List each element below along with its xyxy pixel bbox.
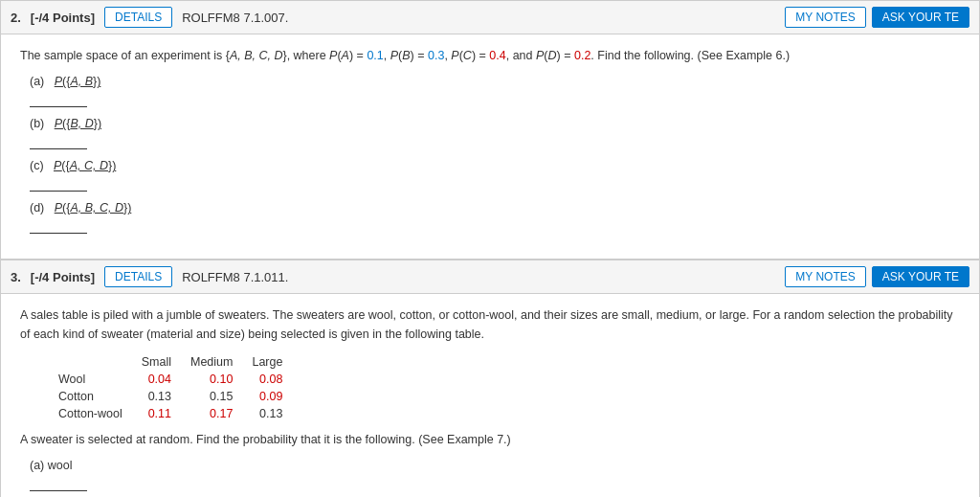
table-row-cotton: Cotton 0.13 0.15 0.09: [58, 388, 296, 405]
question-2-points: [-/4 Points]: [31, 11, 95, 25]
question-3-points: [-/4 Points]: [31, 270, 95, 284]
part-c-label: (c) P({A, C, D}): [30, 159, 960, 172]
table-row-wool: Wool 0.04 0.10 0.08: [58, 371, 296, 388]
ask-teacher-button-3[interactable]: ASK YOUR TE: [872, 266, 969, 287]
header-right-2: MY NOTES ASK YOUR TE: [785, 7, 969, 28]
question-3-header: 3. [-/4 Points] DETAILS ROLFFM8 7.1.011.…: [1, 260, 979, 294]
cotton-wool-small: 0.11: [136, 405, 185, 422]
col-header-small: Small: [136, 353, 185, 371]
part-a-input[interactable]: [30, 93, 87, 107]
ask-teacher-button-2[interactable]: ASK YOUR TE: [872, 7, 969, 28]
question-2-part-b: (b) P({B, D}): [30, 117, 960, 149]
col-header-material: [58, 353, 136, 371]
question-2-body: The sample space of an experiment is {A,…: [1, 34, 979, 259]
q3-part-a-label: (a) wool: [30, 459, 960, 472]
question-3: 3. [-/4 Points] DETAILS ROLFFM8 7.1.011.…: [0, 260, 980, 497]
cotton-wool-large: 0.13: [246, 405, 296, 422]
details-button-3[interactable]: DETAILS: [104, 266, 172, 287]
question-2-label: 2.: [11, 11, 21, 25]
wool-medium: 0.10: [185, 371, 246, 388]
part-d-label: (d) P({A, B, C, D}): [30, 201, 960, 215]
sweater-probability-table: Small Medium Large Wool 0.04 0.10 0.08 C…: [58, 353, 296, 422]
question-2-header: 2. [-/4 Points] DETAILS ROLFFM8 7.1.007.…: [1, 1, 979, 34]
cotton-small: 0.13: [136, 388, 185, 405]
question-3-after-table: A sweater is selected at random. Find th…: [20, 430, 960, 449]
q3-part-a-input[interactable]: [30, 477, 87, 491]
cotton-wool-medium: 0.17: [185, 405, 246, 422]
details-button-2[interactable]: DETAILS: [104, 7, 172, 28]
part-d-input[interactable]: [30, 219, 87, 234]
cotton-medium: 0.15: [185, 388, 246, 405]
question-2-part-c: (c) P({A, C, D}): [30, 159, 960, 192]
col-header-large: Large: [246, 353, 296, 371]
part-c-input[interactable]: [30, 177, 87, 192]
my-notes-button-3[interactable]: MY NOTES: [785, 266, 865, 287]
question-2-reference: ROLFFM8 7.1.007.: [182, 11, 288, 25]
question-3-reference: ROLFFM8 7.1.011.: [182, 270, 288, 284]
question-3-parts: (a) wool (b) medium (c) wool or cotton-w…: [30, 459, 960, 497]
question-3-body: A sales table is piled with a jumble of …: [1, 294, 979, 497]
part-b-label: (b) P({B, D}): [30, 117, 960, 130]
question-2-parts: (a) P({A, B}) (b) P({B, D}) (c) P({A, C,…: [30, 75, 960, 234]
question-3-problem: A sales table is piled with a jumble of …: [20, 305, 960, 344]
table-row-cotton-wool: Cotton-wool 0.11 0.17 0.13: [58, 405, 296, 422]
question-2-problem: The sample space of an experiment is {A,…: [20, 46, 960, 65]
col-header-medium: Medium: [185, 353, 246, 371]
question-2-part-d: (d) P({A, B, C, D}): [30, 201, 960, 234]
header-left-3: 3. [-/4 Points] DETAILS ROLFFM8 7.1.011.: [11, 266, 288, 287]
question-2: 2. [-/4 Points] DETAILS ROLFFM8 7.1.007.…: [0, 0, 980, 260]
row-label-cotton: Cotton: [58, 388, 136, 405]
part-a-label: (a) P({A, B}): [30, 75, 960, 88]
question-3-label: 3.: [11, 270, 21, 284]
header-right-3: MY NOTES ASK YOUR TE: [785, 266, 969, 287]
wool-small: 0.04: [136, 371, 185, 388]
part-b-input[interactable]: [30, 135, 87, 149]
cotton-large: 0.09: [246, 388, 296, 405]
row-label-wool: Wool: [58, 371, 136, 388]
question-2-part-a: (a) P({A, B}): [30, 75, 960, 107]
row-label-cotton-wool: Cotton-wool: [58, 405, 136, 422]
my-notes-button-2[interactable]: MY NOTES: [785, 7, 865, 28]
question-3-part-a: (a) wool: [30, 459, 960, 491]
wool-large: 0.08: [246, 371, 296, 388]
header-left-2: 2. [-/4 Points] DETAILS ROLFFM8 7.1.007.: [11, 7, 288, 28]
